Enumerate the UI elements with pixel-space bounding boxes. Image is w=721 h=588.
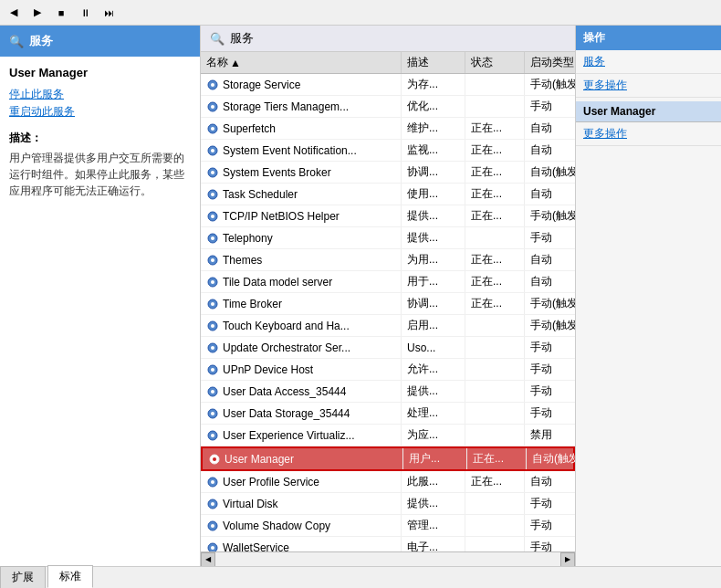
service-icon: [206, 79, 219, 91]
horizontal-scrollbar[interactable]: ◀ ▶: [201, 551, 575, 566]
service-icon: [206, 210, 219, 223]
table-row[interactable]: TCP/IP NetBIOS Helper提供...正在...手动(触发...本: [201, 205, 575, 227]
svg-point-7: [211, 149, 214, 152]
table-row[interactable]: Touch Keyboard and Ha...启用...手动(触发...本: [201, 315, 575, 337]
cell-startup: 自动: [525, 118, 575, 139]
table-row[interactable]: System Events Broker协调...正在...自动(触发...本: [201, 162, 575, 184]
col-status[interactable]: 状态: [465, 52, 525, 73]
cell-status: [465, 337, 525, 358]
cell-status: [465, 515, 525, 536]
service-icon: [206, 144, 219, 157]
table-body[interactable]: Storage Service为存...手动(触发...本Storage Tie…: [201, 74, 575, 551]
service-icon: [206, 188, 219, 201]
tab-standard[interactable]: 标准: [47, 565, 93, 588]
cell-status: 正在...: [465, 162, 525, 183]
cell-desc: Uso...: [402, 337, 465, 358]
table-row[interactable]: Update Orchestrator Ser...Uso...手动本: [201, 337, 575, 359]
table-row[interactable]: User Data Access_35444提供...手动本: [201, 381, 575, 403]
svg-point-25: [211, 346, 214, 350]
scroll-right-arrow[interactable]: ▶: [560, 552, 575, 567]
table-row[interactable]: Tile Data model server用于...正在...自动本: [201, 271, 575, 293]
table-row[interactable]: User Experience Virtualiz...为应...禁用本: [201, 425, 575, 446]
services-header-title: 服务: [230, 30, 254, 47]
cell-startup: 手动: [525, 227, 575, 248]
toolbar-btn-pause[interactable]: ⏸: [75, 3, 95, 23]
scroll-left-arrow[interactable]: ◀: [201, 552, 215, 567]
cell-name: Storage Service: [201, 74, 402, 95]
cell-desc: 用户...: [403, 448, 467, 469]
table-row[interactable]: Telephony提供...手动网: [201, 227, 575, 249]
table-row[interactable]: Storage Service为存...手动(触发...本: [201, 74, 575, 96]
right-section-1-header: 操作: [576, 26, 721, 50]
table-row[interactable]: Time Broker协调...正在...手动(触发...本: [201, 293, 575, 315]
service-icon: [206, 498, 219, 510]
cell-name: Volume Shadow Copy: [201, 515, 402, 536]
table-row[interactable]: User Data Storage_35444处理...手动本: [201, 403, 575, 425]
col-desc[interactable]: 描述: [402, 52, 465, 73]
cell-desc: 协调...: [402, 293, 465, 314]
cell-name: Time Broker: [201, 293, 402, 314]
right-section-2-title: User Manager: [576, 101, 721, 122]
svg-point-1: [211, 83, 214, 87]
svg-point-19: [211, 280, 214, 284]
cell-status: [465, 537, 525, 551]
cell-status: [465, 96, 525, 117]
cell-startup: 手动: [525, 493, 575, 514]
left-panel-content: User Manager 停止此服务 重启动此服务 描述： 用户管理器提供多用户…: [0, 57, 200, 566]
right-panel: 操作 服务 更多操作 User Manager 更多操作: [575, 26, 721, 566]
toolbar-btn-stop[interactable]: ■: [51, 3, 71, 23]
toolbar-btn-skip[interactable]: ⏭: [99, 3, 119, 23]
table-row[interactable]: System Event Notification...监视...正在...自动…: [201, 140, 575, 162]
cell-name: User Data Access_35444: [201, 381, 402, 402]
cell-desc: 提供...: [402, 205, 465, 226]
cell-status: 正在...: [465, 249, 525, 270]
svg-point-21: [211, 302, 214, 306]
svg-point-9: [211, 171, 214, 174]
cell-name: Touch Keyboard and Ha...: [201, 315, 402, 336]
restart-service-link[interactable]: 重启动此服务: [9, 104, 191, 120]
table-row[interactable]: Themes为用...正在...自动本: [201, 249, 575, 271]
cell-desc: 用于...: [402, 271, 465, 292]
scroll-track[interactable]: [215, 552, 560, 566]
cell-desc: 监视...: [402, 140, 465, 161]
toolbar-btn-1[interactable]: ◀: [4, 3, 24, 23]
services-header: 🔍 服务: [201, 26, 575, 52]
description-label: 描述：: [9, 131, 191, 146]
table-row[interactable]: User Profile Service此服...正在...自动本: [201, 471, 575, 493]
cell-desc: 为用...: [402, 249, 465, 270]
toolbar-btn-play[interactable]: ▶: [27, 3, 47, 23]
svg-point-13: [211, 215, 214, 218]
right-item-more-actions-2[interactable]: 更多操作: [576, 122, 721, 146]
cell-name: User Manager: [203, 448, 403, 469]
table-row[interactable]: Superfetch维护...正在...自动本: [201, 118, 575, 140]
table-row[interactable]: UPnP Device Host允许...手动本: [201, 359, 575, 381]
stop-service-link[interactable]: 停止此服务: [9, 87, 191, 102]
table-row[interactable]: Storage Tiers Managem...优化...手动本: [201, 96, 575, 118]
left-panel-title: 服务: [29, 33, 53, 49]
cell-status: [465, 381, 525, 402]
svg-point-29: [211, 390, 214, 394]
right-item-services[interactable]: 服务: [576, 50, 721, 74]
cell-name: Virtual Disk: [201, 493, 402, 514]
table-row[interactable]: Task Scheduler使用...正在...自动本: [201, 184, 575, 205]
table-row[interactable]: WalletService电子...手动本: [201, 537, 575, 551]
cell-name: System Event Notification...: [201, 140, 402, 161]
col-startup[interactable]: 启动类型: [525, 52, 575, 73]
cell-status: 正在...: [465, 140, 525, 161]
svg-point-11: [211, 193, 214, 196]
service-icon: [206, 429, 219, 442]
cell-status: 正在...: [465, 205, 525, 226]
table-row[interactable]: Virtual Disk提供...手动本: [201, 493, 575, 515]
service-icon: [206, 254, 219, 267]
table-row[interactable]: User Manager用户...正在...自动(触发...本: [201, 446, 575, 471]
cell-name: WalletService: [201, 537, 402, 551]
table-row[interactable]: Volume Shadow Copy管理...手动本: [201, 515, 575, 537]
cell-desc: 启用...: [402, 315, 465, 336]
cell-startup: 自动: [525, 140, 575, 161]
service-icon: [206, 276, 219, 289]
cell-desc: 提供...: [402, 381, 465, 402]
tab-expand[interactable]: 扩展: [0, 566, 46, 588]
right-item-more-actions-1[interactable]: 更多操作: [576, 74, 721, 98]
col-name[interactable]: 名称 ▲: [201, 52, 402, 73]
cell-name: UPnP Device Host: [201, 359, 402, 380]
